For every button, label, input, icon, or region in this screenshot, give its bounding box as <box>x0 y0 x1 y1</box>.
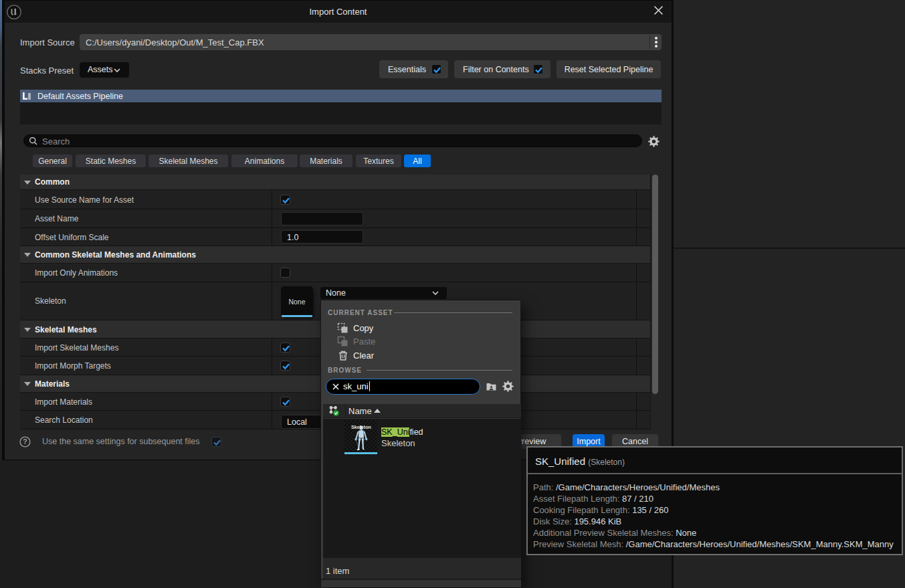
svg-text:?: ? <box>23 437 27 446</box>
svg-text:Skeleton: Skeleton <box>351 424 371 430</box>
